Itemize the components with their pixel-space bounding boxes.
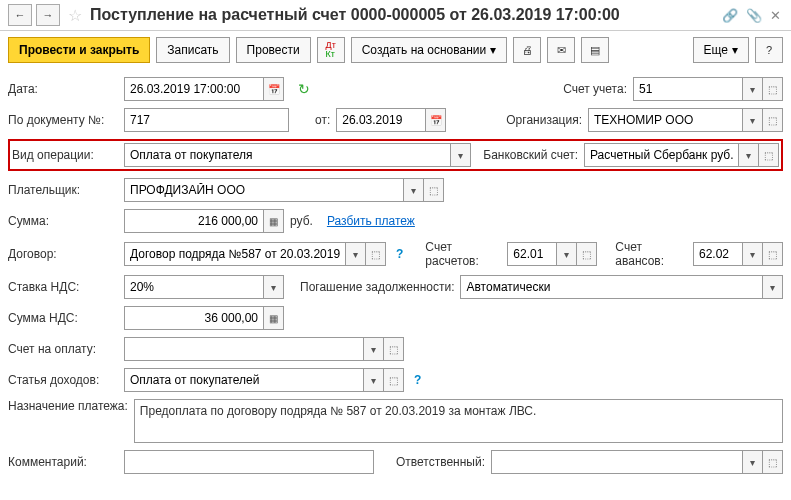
comment-label: Комментарий: (8, 455, 118, 469)
open-icon[interactable]: ⬚ (763, 77, 783, 101)
check-icon: ↻ (298, 81, 310, 97)
advance-acct-input[interactable] (693, 242, 743, 266)
from-label: от: (315, 113, 330, 127)
date-input[interactable] (124, 77, 264, 101)
settle-acct-input[interactable] (507, 242, 557, 266)
open-icon[interactable]: ⬚ (763, 450, 783, 474)
help-icon[interactable]: ? (396, 247, 403, 261)
purpose-label: Назначение платежа: (8, 399, 128, 413)
vat-amount-label: Сумма НДС: (8, 311, 118, 325)
window-title: Поступление на расчетный счет 0000-00000… (90, 6, 716, 24)
open-icon[interactable]: ⬚ (384, 368, 404, 392)
mail-button[interactable]: ✉ (547, 37, 575, 63)
report-button[interactable]: ▤ (581, 37, 609, 63)
help-icon[interactable]: ? (414, 373, 421, 387)
nav-forward-button[interactable]: → (36, 4, 60, 26)
org-input[interactable] (588, 108, 743, 132)
split-payment-link[interactable]: Разбить платеж (327, 214, 415, 228)
invoice-input[interactable] (124, 337, 364, 361)
calc-icon[interactable]: ▦ (264, 306, 284, 330)
account-label: Счет учета: (553, 82, 627, 96)
dropdown-icon[interactable]: ▾ (557, 242, 577, 266)
dropdown-icon[interactable]: ▾ (743, 242, 763, 266)
advance-acct-label: Счет авансов: (615, 240, 687, 268)
nav-back-button[interactable]: ← (8, 4, 32, 26)
open-icon[interactable]: ⬚ (763, 108, 783, 132)
income-item-label: Статья доходов: (8, 373, 118, 387)
open-icon[interactable]: ⬚ (384, 337, 404, 361)
print-button[interactable]: 🖨 (513, 37, 541, 63)
debt-repay-input[interactable] (460, 275, 763, 299)
dropdown-icon[interactable]: ▾ (404, 178, 424, 202)
comment-input[interactable] (124, 450, 374, 474)
open-icon[interactable]: ⬚ (366, 242, 386, 266)
open-icon[interactable]: ⬚ (577, 242, 597, 266)
doc-num-input[interactable] (124, 108, 289, 132)
op-type-label: Вид операции: (12, 148, 118, 162)
more-button[interactable]: Еще ▾ (693, 37, 749, 63)
responsible-label: Ответственный: (396, 455, 485, 469)
favorite-star-icon[interactable]: ☆ (68, 6, 82, 25)
calendar-icon[interactable]: 📅 (426, 108, 446, 132)
invoice-label: Счет на оплату: (8, 342, 118, 356)
org-label: Организация: (496, 113, 582, 127)
contract-input[interactable] (124, 242, 346, 266)
chevron-down-icon: ▾ (732, 43, 738, 57)
calc-icon[interactable]: ▦ (264, 209, 284, 233)
responsible-input[interactable] (491, 450, 743, 474)
income-item-input[interactable] (124, 368, 364, 392)
chevron-down-icon: ▾ (490, 43, 496, 57)
payer-label: Плательщик: (8, 183, 118, 197)
dropdown-icon[interactable]: ▾ (743, 77, 763, 101)
post-and-close-button[interactable]: Провести и закрыть (8, 37, 150, 63)
op-type-input[interactable] (124, 143, 451, 167)
open-icon[interactable]: ⬚ (424, 178, 444, 202)
dropdown-icon[interactable]: ▾ (743, 108, 763, 132)
vat-rate-label: Ставка НДС: (8, 280, 118, 294)
create-based-on-button[interactable]: Создать на основании ▾ (351, 37, 508, 63)
open-icon[interactable]: ⬚ (759, 143, 779, 167)
currency-label: руб. (290, 214, 313, 228)
dropdown-icon[interactable]: ▾ (364, 368, 384, 392)
dropdown-icon[interactable]: ▾ (346, 242, 366, 266)
dropdown-icon[interactable]: ▾ (743, 450, 763, 474)
dropdown-icon[interactable]: ▾ (451, 143, 471, 167)
date-label: Дата: (8, 82, 118, 96)
dropdown-icon[interactable]: ▾ (364, 337, 384, 361)
dropdown-icon[interactable]: ▾ (763, 275, 783, 299)
open-icon[interactable]: ⬚ (763, 242, 783, 266)
purpose-input[interactable]: Предоплата по договору подряда № 587 от … (134, 399, 783, 443)
contract-label: Договор: (8, 247, 118, 261)
link-icon[interactable]: 🔗 (722, 8, 738, 23)
bank-acct-input[interactable] (584, 143, 739, 167)
amount-input[interactable] (124, 209, 264, 233)
help-button[interactable]: ? (755, 37, 783, 63)
vat-amount-input[interactable] (124, 306, 264, 330)
attach-icon[interactable]: 📎 (746, 8, 762, 23)
amount-label: Сумма: (8, 214, 118, 228)
payer-input[interactable] (124, 178, 404, 202)
bank-acct-label: Банковский счет: (483, 148, 578, 162)
dropdown-icon[interactable]: ▾ (739, 143, 759, 167)
dtkt-button[interactable]: ДтКт (317, 37, 345, 63)
vat-rate-input[interactable] (124, 275, 264, 299)
from-date-input[interactable] (336, 108, 426, 132)
debt-repay-label: Погашение задолженности: (290, 280, 454, 294)
doc-num-label: По документу №: (8, 113, 118, 127)
settle-acct-label: Счет расчетов: (425, 240, 501, 268)
save-button[interactable]: Записать (156, 37, 229, 63)
account-input[interactable] (633, 77, 743, 101)
dropdown-icon[interactable]: ▾ (264, 275, 284, 299)
post-button[interactable]: Провести (236, 37, 311, 63)
close-icon[interactable]: ✕ (770, 8, 781, 23)
calendar-icon[interactable]: 📅 (264, 77, 284, 101)
